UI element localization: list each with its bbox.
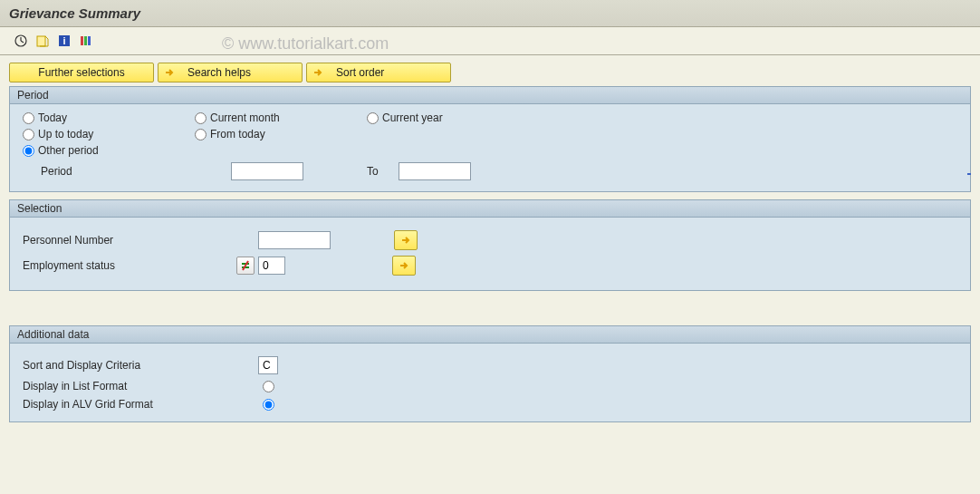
radio-other-period-label: Other period	[38, 144, 99, 157]
period-from-input[interactable]	[231, 162, 303, 180]
list-format-label: Display in List Format	[23, 380, 258, 392]
svg-rect-8	[88, 36, 91, 45]
selection-panel-title: Selection	[10, 200, 970, 218]
radio-up-to-today[interactable]	[23, 129, 34, 140]
alv-format-label: Display in ALV Grid Format	[23, 398, 258, 411]
selection-buttons-row: Further selections Search helps Sort ord…	[9, 63, 971, 82]
further-selections-button[interactable]: Further selections	[9, 63, 154, 82]
additional-data-panel: Additional data Sort and Display Criteri…	[9, 325, 971, 422]
radio-from-today[interactable]	[195, 129, 207, 140]
svg-line-2	[21, 41, 24, 43]
sort-order-label: Sort order	[336, 66, 384, 79]
info-icon[interactable]: i	[56, 33, 72, 49]
not-equal-icon[interactable]	[236, 257, 255, 275]
arrow-right-icon	[162, 65, 177, 80]
svg-line-11	[243, 261, 248, 270]
period-from-label: Period	[23, 165, 231, 178]
content-area: Further selections Search helps Sort ord…	[0, 55, 980, 437]
period-option-other-period[interactable]: Other period	[23, 144, 195, 157]
personnel-number-multi-button[interactable]	[394, 230, 418, 250]
search-helps-label: Search helps	[187, 66, 251, 79]
radio-current-month[interactable]	[195, 112, 207, 124]
radio-current-year-label: Current year	[382, 111, 443, 124]
svg-rect-7	[84, 36, 87, 45]
period-option-from-today[interactable]: From today	[195, 128, 367, 140]
personnel-number-label: Personnel Number	[23, 234, 258, 247]
employment-status-multi-button[interactable]	[392, 256, 416, 276]
radio-today[interactable]	[23, 112, 34, 124]
execute-icon[interactable]	[13, 33, 29, 49]
app-toolbar: i	[0, 27, 980, 55]
additional-data-title: Additional data	[10, 326, 970, 344]
radio-other-period[interactable]	[23, 145, 34, 157]
period-to-input[interactable]	[399, 162, 471, 180]
sort-order-button[interactable]: Sort order	[306, 63, 451, 82]
layout-icon[interactable]	[78, 33, 94, 49]
sort-display-input[interactable]	[258, 356, 278, 374]
edge-marker	[967, 173, 971, 175]
period-option-current-month[interactable]: Current month	[195, 111, 367, 124]
page-title: Grievance Summary	[0, 0, 980, 27]
arrow-right-icon	[311, 65, 325, 80]
radio-current-month-label: Current month	[210, 111, 280, 124]
spacer	[9, 298, 971, 325]
personnel-number-input[interactable]	[258, 231, 331, 249]
sort-display-label: Sort and Display Criteria	[23, 359, 258, 372]
period-option-up-to-today[interactable]: Up to today	[23, 128, 195, 140]
period-panel: Period Today Current month Current year	[9, 86, 971, 192]
svg-rect-3	[37, 36, 45, 46]
selection-panel: Selection Personnel Number Employment st…	[9, 199, 971, 291]
employment-status-label: Employment status	[23, 259, 236, 272]
period-option-today[interactable]: Today	[23, 111, 195, 124]
period-option-current-year[interactable]: Current year	[367, 111, 512, 124]
radio-alv-format[interactable]	[263, 399, 274, 411]
svg-text:i: i	[62, 35, 65, 46]
svg-rect-6	[81, 36, 83, 45]
period-panel-title: Period	[10, 87, 970, 104]
employment-status-input[interactable]	[258, 257, 285, 275]
search-helps-button[interactable]: Search helps	[158, 63, 303, 82]
variant-icon[interactable]	[34, 33, 51, 49]
radio-current-year[interactable]	[367, 112, 379, 124]
radio-today-label: Today	[38, 111, 67, 124]
radio-list-format[interactable]	[263, 381, 274, 392]
period-to-label: To	[367, 165, 379, 178]
radio-from-today-label: From today	[210, 128, 265, 140]
radio-up-to-today-label: Up to today	[38, 128, 93, 140]
